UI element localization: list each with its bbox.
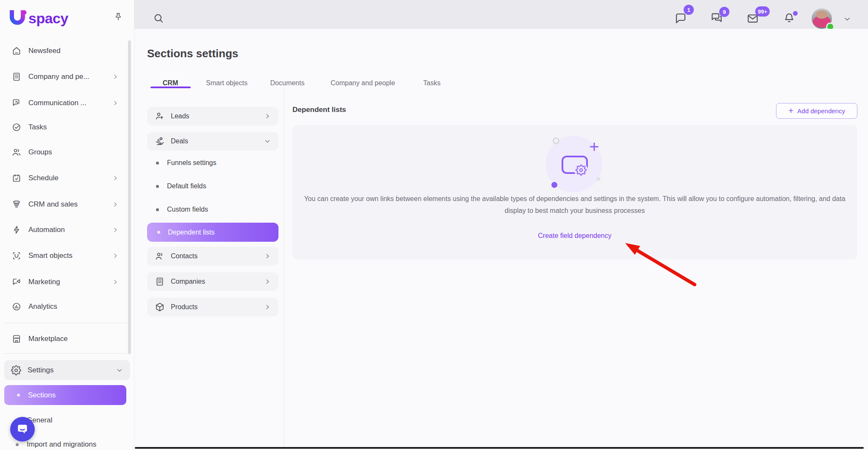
main-content: Sections settings CRM Smart objects Docu… xyxy=(134,29,868,450)
sidebar-item-label: CRM and sales xyxy=(28,200,78,209)
active-tab-indicator xyxy=(150,87,191,88)
messenger-badge: 1 xyxy=(684,5,694,15)
bullet-dot xyxy=(157,231,160,234)
sidebar-item-sections[interactable]: Sections xyxy=(4,385,126,405)
mail-badge: 99+ xyxy=(755,6,770,17)
create-field-dependency-link[interactable]: Create field dependency xyxy=(538,232,611,240)
megaphone-bubble-icon xyxy=(11,277,22,287)
sidebar-item-label: Import and migrations xyxy=(27,440,96,449)
bottom-edge-line xyxy=(135,447,864,449)
search-icon xyxy=(153,12,164,24)
check-circle-icon xyxy=(11,122,22,132)
chevron-right-icon xyxy=(112,226,119,233)
logo-text: spacy xyxy=(28,10,68,27)
empty-state-card: You can create your own links between el… xyxy=(292,125,857,260)
tab-smart-objects[interactable]: Smart objects xyxy=(206,79,248,87)
plus-icon: + xyxy=(788,106,793,115)
add-dependency-label: Add dependency xyxy=(797,107,845,115)
sidebar-item-schedule[interactable]: Schedule xyxy=(0,169,127,187)
crm-nav-label: Companies xyxy=(171,278,205,285)
gear-icon xyxy=(574,163,588,177)
crm-nav-products[interactable]: Products xyxy=(147,298,278,316)
chevron-right-icon xyxy=(112,73,119,80)
sidebar-item-company-and-people[interactable]: Company and pe... xyxy=(0,67,127,86)
sidebar-scrollbar[interactable] xyxy=(128,40,131,354)
main-sidebar: spacy Newsfeed Company and pe... Communi… xyxy=(0,0,134,450)
pin-sidebar-button[interactable] xyxy=(111,10,125,25)
crm-nav-companies[interactable]: Companies xyxy=(147,272,278,291)
sidebar-item-analytics[interactable]: Analytics xyxy=(0,297,127,316)
sidebar-item-label: Marketplace xyxy=(28,335,68,343)
gear-icon xyxy=(11,365,21,375)
intercom-launcher-button[interactable] xyxy=(10,417,35,442)
sidebar-item-groups[interactable]: Groups xyxy=(0,143,127,162)
people-icon xyxy=(11,147,22,157)
sidebar-item-label: Automation xyxy=(28,226,65,234)
chevron-down-icon xyxy=(116,366,123,374)
crm-nav-label: Default fields xyxy=(167,182,206,190)
chevron-right-icon xyxy=(112,175,119,182)
chevron-right-icon xyxy=(264,304,271,310)
uspacy-logo[interactable]: spacy xyxy=(8,8,68,28)
panel-divider xyxy=(284,88,284,450)
sidebar-item-automation[interactable]: Automation xyxy=(0,221,127,239)
empty-state-description: You can create your own links between el… xyxy=(303,193,846,217)
sidebar-item-marketplace[interactable]: Marketplace xyxy=(0,330,127,348)
decor-ring xyxy=(553,137,559,144)
sidebar-item-settings[interactable]: Settings xyxy=(4,360,130,380)
chevron-right-icon xyxy=(112,100,119,106)
crm-nav-label: Custom fields xyxy=(167,206,208,213)
sidebar-item-crm-and-sales[interactable]: CRM and sales xyxy=(0,195,127,214)
crm-nav-default-fields[interactable]: Default fields xyxy=(147,182,278,191)
sidebar-item-smart-objects[interactable]: Smart objects xyxy=(0,246,127,265)
add-dependency-button[interactable]: + Add dependency xyxy=(776,103,857,119)
sidebar-item-label: Communication ... xyxy=(28,99,86,107)
crm-nav-label: Leads xyxy=(171,112,189,120)
lightning-icon xyxy=(11,225,22,235)
sidebar-item-communication[interactable]: Communication ... xyxy=(0,94,127,112)
profile-menu-button[interactable] xyxy=(843,14,852,24)
sidebar-item-label: Analytics xyxy=(28,302,57,311)
bullet-dot xyxy=(16,443,19,446)
sidebar-item-label: Schedule xyxy=(28,174,58,182)
crm-nav-contacts[interactable]: Contacts xyxy=(147,247,278,266)
crm-nav-leads[interactable]: Leads xyxy=(147,107,278,126)
chats-badge: 9 xyxy=(719,7,729,17)
chat-bubble-icon xyxy=(674,12,687,25)
sidebar-item-label: Company and pe... xyxy=(28,73,89,81)
search-button[interactable] xyxy=(153,12,164,24)
crm-nav-deals[interactable]: Deals xyxy=(147,132,278,151)
uspacy-logo-icon xyxy=(8,8,27,28)
bullet-dot xyxy=(156,162,159,165)
crm-nav-label: Deals xyxy=(171,137,188,145)
crm-nav-label: Products xyxy=(171,303,198,311)
sidebar-item-label: Groups xyxy=(28,148,52,157)
crm-nav-label: Contacts xyxy=(171,252,198,260)
sidebar-item-label: Settings xyxy=(28,366,53,375)
tab-company-and-people[interactable]: Company and people xyxy=(331,79,395,87)
building-icon xyxy=(155,277,165,287)
empty-state-illustration xyxy=(545,136,602,193)
sidebar-item-newsfeed[interactable]: Newsfeed xyxy=(0,42,127,60)
crm-nav-dependent-lists[interactable]: Dependent lists xyxy=(147,223,278,242)
analytics-icon xyxy=(11,302,22,312)
building-icon xyxy=(11,72,22,82)
sidebar-item-label: Newsfeed xyxy=(28,47,61,55)
chevron-right-icon xyxy=(264,278,271,285)
x-mark-icon xyxy=(595,176,602,182)
decor-dot xyxy=(551,182,557,188)
crm-nav-custom-fields[interactable]: Custom fields xyxy=(147,205,278,214)
messenger-button[interactable] xyxy=(674,12,687,25)
bullet-dot xyxy=(156,185,159,188)
crm-nav-label: Funnels settings xyxy=(167,159,217,167)
tab-crm[interactable]: CRM xyxy=(163,79,178,87)
funnel-icon xyxy=(11,199,22,210)
chevron-right-icon xyxy=(112,252,119,259)
tab-tasks[interactable]: Tasks xyxy=(423,79,441,87)
storefront-icon xyxy=(11,334,22,344)
sidebar-item-tasks[interactable]: Tasks xyxy=(0,118,127,137)
chat-phone-icon xyxy=(11,98,22,108)
sidebar-item-marketing[interactable]: Marketing xyxy=(0,273,127,291)
crm-nav-funnels-settings[interactable]: Funnels settings xyxy=(147,158,278,168)
tab-documents[interactable]: Documents xyxy=(270,79,305,87)
